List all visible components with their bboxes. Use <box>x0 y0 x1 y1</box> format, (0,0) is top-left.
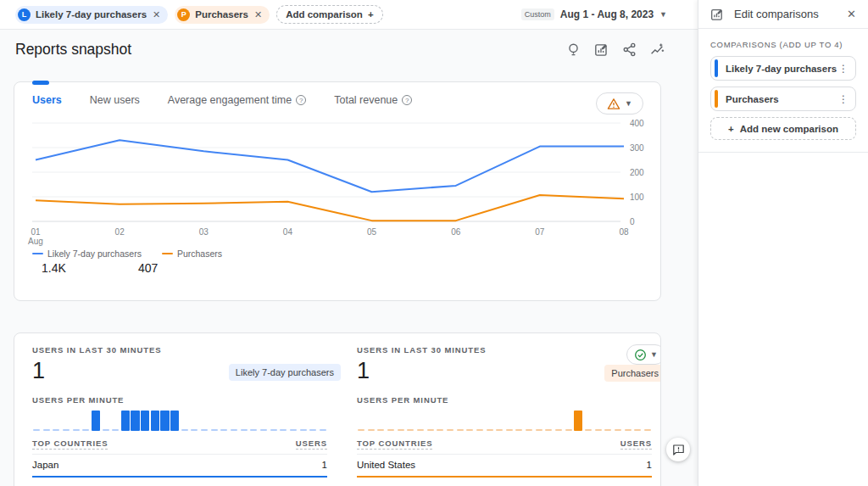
customize-report-icon <box>710 8 724 21</box>
add-new-comparison-label: Add new comparison <box>740 124 838 134</box>
tab-total-revenue[interactable]: Total revenue ? <box>334 94 412 106</box>
comparison-chip-likely-7-day-purchasers[interactable]: L Likely 7-day purchasers ✕ <box>15 6 168 24</box>
comparison-item-likely-7-day-purchasers[interactable]: Likely 7-day purchasers ⋮ <box>710 56 856 81</box>
top-countries-header: TOP COUNTRIES <box>357 439 432 450</box>
users-overview-card: Users New users Average engagement time … <box>14 81 661 301</box>
help-icon[interactable]: ? <box>296 95 306 105</box>
legend-entry: Purchasers <box>162 249 222 259</box>
more-options-icon[interactable]: ⋮ <box>838 64 849 74</box>
minute-bar <box>170 411 179 431</box>
top-countries-header: TOP COUNTRIES <box>32 439 108 450</box>
minute-dash <box>320 429 326 432</box>
insights-lightbulb-icon[interactable] <box>563 39 583 59</box>
close-icon[interactable]: ✕ <box>253 9 263 20</box>
minute-dash <box>43 429 50 432</box>
minute-dash <box>506 429 513 432</box>
realtime-column-likely-7-day-purchasers: USERS IN LAST 30 MINUTES 1 Likely 7-day … <box>32 333 341 478</box>
minute-dash <box>565 429 572 432</box>
minute-bar <box>121 411 130 431</box>
plus-icon: + <box>368 9 374 20</box>
comparison-avatar: L <box>18 8 31 21</box>
svg-text:07: 07 <box>535 227 545 237</box>
tab-label: Total revenue <box>334 94 398 106</box>
feedback-button[interactable] <box>666 438 690 461</box>
minute-dash <box>487 429 493 432</box>
minute-dash <box>358 429 364 432</box>
minute-dash <box>231 429 237 432</box>
comparison-badge: Likely 7-day purchasers <box>229 364 341 381</box>
data-quality-warning-button[interactable]: ▼ <box>596 92 643 115</box>
minute-dash <box>211 429 218 432</box>
metric-label: USERS IN LAST 30 MINUTES <box>357 345 661 355</box>
add-comparison-button[interactable]: Add comparison + <box>276 5 382 24</box>
minute-dash <box>457 429 464 432</box>
minute-dash <box>300 429 307 432</box>
tab-label: New users <box>90 94 140 106</box>
minute-dash <box>536 429 542 432</box>
minute-dash <box>407 429 414 432</box>
svg-text:04: 04 <box>283 227 293 237</box>
svg-text:Aug: Aug <box>28 237 43 246</box>
minute-dash <box>476 429 483 432</box>
minute-dash <box>615 429 621 432</box>
users-per-minute-chart <box>357 409 652 431</box>
minute-dash <box>241 429 248 432</box>
customize-report-icon[interactable] <box>591 39 611 59</box>
edit-comparisons-panel: Edit comparisons ✕ COMPARISONS (ADD UP T… <box>698 0 868 486</box>
minute-bar <box>151 411 159 431</box>
comparison-chip-label: Purchasers <box>195 9 248 20</box>
date-range-selector[interactable]: Custom Aug 1 - Aug 8, 2023 ▼ <box>521 8 667 20</box>
close-icon[interactable]: ✕ <box>152 9 161 20</box>
add-new-comparison-button[interactable]: + Add new comparison <box>710 117 856 140</box>
minute-dash <box>427 429 434 432</box>
help-icon[interactable]: ? <box>402 95 412 105</box>
minute-bar <box>574 411 582 431</box>
svg-text:01: 01 <box>31 227 41 237</box>
users-header: USERS <box>620 439 652 450</box>
minute-dash <box>437 429 443 432</box>
page-title: Reports snapshot <box>15 41 131 59</box>
tab-average-engagement-time[interactable]: Average engagement time ? <box>168 94 306 106</box>
comparison-chip-purchasers[interactable]: P Purchasers ✕ <box>175 6 270 24</box>
comparison-item-label: Likely 7-day purchasers <box>726 64 837 74</box>
share-icon[interactable] <box>619 39 639 59</box>
more-options-icon[interactable]: ⋮ <box>838 94 849 104</box>
svg-text:300: 300 <box>630 143 644 153</box>
comparison-color-bar <box>715 59 718 77</box>
date-range-type-badge: Custom <box>521 8 554 20</box>
status-ok-dropdown[interactable]: ▼ <box>626 344 661 365</box>
minute-dash <box>526 429 532 432</box>
country-users: 1 <box>322 460 327 470</box>
minute-dash <box>515 429 522 432</box>
tab-users[interactable]: Users <box>32 94 62 106</box>
realtime-column-purchasers: USERS IN LAST 30 MINUTES 1 ▼ Purchasers … <box>357 333 661 478</box>
comparison-avatar: P <box>177 8 190 21</box>
svg-text:06: 06 <box>451 227 461 237</box>
chevron-down-icon: ▼ <box>659 10 667 19</box>
legend-label: Purchasers <box>177 249 222 259</box>
country-name: Japan <box>32 460 58 470</box>
panel-title: Edit comparisons <box>734 8 819 20</box>
minute-dash <box>377 429 384 432</box>
series-total: 1.4K <box>42 261 120 275</box>
minute-bar <box>131 411 139 431</box>
countries-table-header: TOP COUNTRIES USERS <box>32 439 327 455</box>
series-total: 407 <box>138 261 158 275</box>
plus-icon: + <box>728 124 734 134</box>
minute-dash <box>181 429 188 432</box>
tab-label: Users <box>32 94 62 106</box>
active-tab-indicator <box>32 81 49 85</box>
main-content: L Likely 7-day purchasers ✕ P Purchasers… <box>0 0 698 486</box>
minute-dash <box>398 429 404 432</box>
minute-bar <box>160 411 169 431</box>
country-users: 1 <box>647 460 652 470</box>
insights-trend-icon[interactable] <box>647 39 667 59</box>
svg-text:08: 08 <box>619 227 629 237</box>
tab-new-users[interactable]: New users <box>90 94 140 106</box>
chevron-down-icon: ▼ <box>625 99 632 108</box>
svg-text:02: 02 <box>115 227 125 237</box>
minute-dash <box>201 429 208 432</box>
close-icon[interactable]: ✕ <box>847 8 856 20</box>
legend-swatch <box>162 253 173 254</box>
comparison-item-purchasers[interactable]: Purchasers ⋮ <box>710 87 856 111</box>
